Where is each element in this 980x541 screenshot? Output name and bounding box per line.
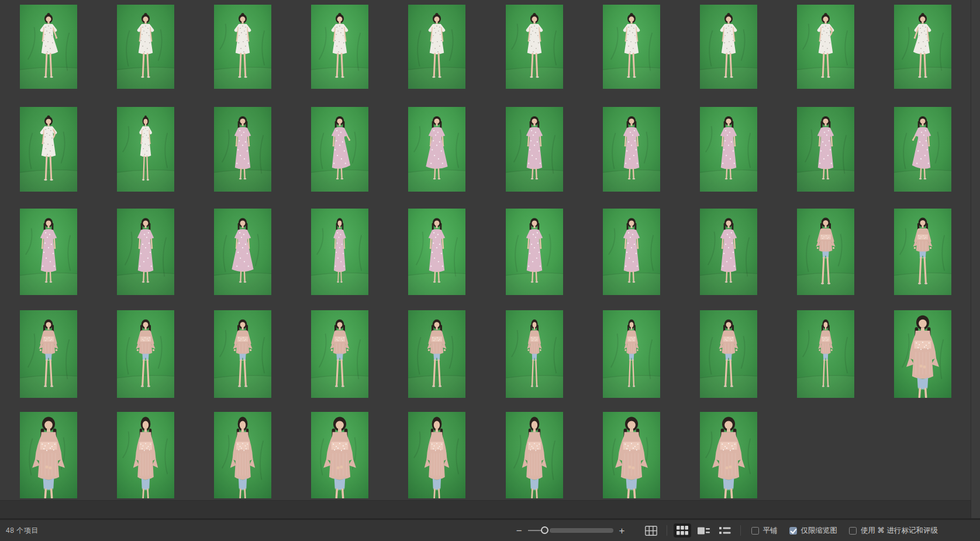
photo-thumbnail[interactable] xyxy=(894,107,951,192)
photo-thumbnail[interactable] xyxy=(20,412,77,498)
photo-thumbnail[interactable] xyxy=(408,5,465,89)
grid-cell xyxy=(291,209,388,310)
photo-thumbnail[interactable] xyxy=(506,209,563,295)
photo-thumbnail[interactable] xyxy=(700,412,757,498)
photo-thumbnail[interactable] xyxy=(20,5,77,89)
grid-cell xyxy=(194,107,291,209)
grid-cell xyxy=(291,5,388,107)
slider-handle[interactable] xyxy=(541,526,548,534)
photo-thumbnail[interactable] xyxy=(797,5,854,89)
vertical-scrollbar[interactable] xyxy=(971,0,980,518)
photo-thumbnail[interactable] xyxy=(700,107,757,192)
grid-cell xyxy=(97,412,194,514)
status-bar: 48 个项目 − + 平铺仅限缩览图使用 ⌘ 进行标记和评级 xyxy=(0,520,980,541)
photo-thumbnail[interactable] xyxy=(311,107,368,192)
photo-thumbnail[interactable] xyxy=(214,107,271,192)
photo-thumbnail[interactable] xyxy=(506,310,563,398)
thumbnail-grid xyxy=(0,5,971,514)
zoom-out-button[interactable]: − xyxy=(513,526,526,536)
photo-thumbnail[interactable] xyxy=(603,107,660,192)
grid-cell xyxy=(388,310,485,412)
file-browser-window: 48 个项目 − + 平铺仅限缩览图使用 ⌘ 进行标记和评级 xyxy=(0,0,980,541)
photo-thumbnail[interactable] xyxy=(20,107,77,192)
use-cmd-for-rating-checkbox-box[interactable] xyxy=(849,527,857,535)
photo-thumbnail[interactable] xyxy=(894,5,951,89)
thumbnail-view-icon xyxy=(677,526,688,535)
photo-thumbnail[interactable] xyxy=(894,209,951,295)
photo-thumbnail[interactable] xyxy=(797,209,854,295)
photo-thumbnail[interactable] xyxy=(20,310,77,398)
photo-thumbnail[interactable] xyxy=(117,412,174,498)
photo-thumbnail[interactable] xyxy=(408,107,465,192)
grid-cell xyxy=(777,5,874,107)
grid-cell xyxy=(777,310,874,412)
photo-thumbnail[interactable] xyxy=(408,412,465,498)
photo-thumbnail[interactable] xyxy=(506,107,563,192)
photo-thumbnail[interactable] xyxy=(408,310,465,398)
thumbnails-only-checkbox[interactable]: 仅限缩览图 xyxy=(789,526,838,536)
photo-thumbnail[interactable] xyxy=(214,5,271,89)
photo-thumbnail[interactable] xyxy=(603,5,660,89)
photo-thumbnail[interactable] xyxy=(700,209,757,295)
photo-thumbnail[interactable] xyxy=(214,310,271,398)
photo-thumbnail[interactable] xyxy=(311,209,368,295)
photo-thumbnail[interactable] xyxy=(20,209,77,295)
grid-cell xyxy=(680,107,777,209)
grid-cell xyxy=(388,5,485,107)
grid-cell xyxy=(583,310,680,412)
zoom-in-button[interactable]: + xyxy=(616,526,629,536)
grid-cell xyxy=(0,5,97,107)
photo-thumbnail[interactable] xyxy=(408,209,465,295)
grid-cell xyxy=(291,107,388,209)
photo-thumbnail[interactable] xyxy=(797,107,854,192)
photo-thumbnail[interactable] xyxy=(603,209,660,295)
photo-thumbnail[interactable] xyxy=(894,310,951,398)
grid-cell xyxy=(486,209,583,310)
grid-cell xyxy=(194,310,291,412)
grid-cell xyxy=(388,412,485,514)
photo-thumbnail[interactable] xyxy=(311,412,368,498)
tile-checkbox-box[interactable] xyxy=(751,527,759,535)
photo-thumbnail[interactable] xyxy=(700,5,757,89)
grid-cell xyxy=(0,310,97,412)
photo-thumbnail[interactable] xyxy=(117,5,174,89)
grid-cell xyxy=(97,5,194,107)
photo-thumbnail[interactable] xyxy=(117,209,174,295)
grid-cell xyxy=(97,209,194,310)
thumbnails-only-checkbox-box[interactable] xyxy=(789,527,797,535)
grid-cell xyxy=(583,5,680,107)
grid-cell xyxy=(0,209,97,310)
photo-thumbnail[interactable] xyxy=(214,412,271,498)
photo-thumbnail[interactable] xyxy=(117,107,174,192)
photo-thumbnail[interactable] xyxy=(506,5,563,89)
photo-thumbnail[interactable] xyxy=(506,412,563,498)
photo-thumbnail[interactable] xyxy=(603,310,660,398)
view-buttons-divider xyxy=(667,525,667,536)
grid-cell xyxy=(291,310,388,412)
photo-thumbnail[interactable] xyxy=(214,209,271,295)
list-view-button[interactable] xyxy=(716,524,734,537)
grid-cell xyxy=(583,209,680,310)
grid-cell xyxy=(486,107,583,209)
photo-thumbnail[interactable] xyxy=(700,310,757,398)
grid-cell xyxy=(874,5,971,107)
thumbnail-size-slider[interactable] xyxy=(528,526,613,535)
grid-cell xyxy=(388,209,485,310)
thumbnails-only-checkbox-label: 仅限缩览图 xyxy=(801,526,838,536)
grid-view-button[interactable] xyxy=(642,523,660,538)
use-cmd-for-rating-checkbox[interactable]: 使用 ⌘ 进行标记和评级 xyxy=(849,526,938,536)
photo-thumbnail[interactable] xyxy=(311,310,368,398)
photo-thumbnail[interactable] xyxy=(603,412,660,498)
grid-cell xyxy=(874,310,971,412)
grid-cell xyxy=(97,107,194,209)
photo-thumbnail[interactable] xyxy=(117,310,174,398)
details-view-button[interactable] xyxy=(695,524,713,537)
thumbnail-view-button[interactable] xyxy=(674,523,691,537)
list-view-icon xyxy=(719,526,731,535)
tile-checkbox[interactable]: 平铺 xyxy=(751,526,778,536)
photo-thumbnail[interactable] xyxy=(311,5,368,89)
grid-cell xyxy=(194,412,291,514)
photo-thumbnail[interactable] xyxy=(797,310,854,398)
statusbar-options: 平铺仅限缩览图使用 ⌘ 进行标记和评级 xyxy=(746,526,944,536)
tile-checkbox-label: 平铺 xyxy=(763,526,778,536)
